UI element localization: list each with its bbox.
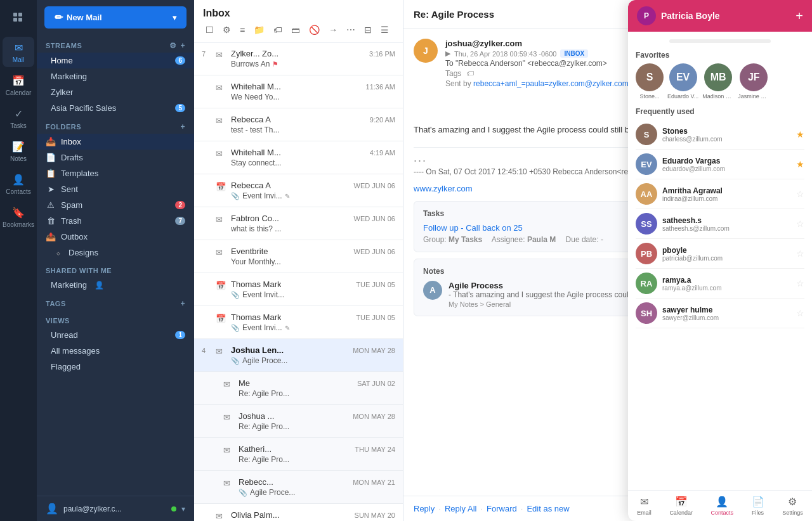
shared-marketing[interactable]: Marketing 👤 — [37, 277, 194, 293]
fav-item[interactable]: JF Jasmine Fi... — [738, 63, 769, 100]
mail-item[interactable]: 7 ✉ Zylker... Zo... 3:16 PM Burrows An ⚑ — [194, 42, 403, 75]
popup-add-button[interactable]: + — [796, 9, 803, 23]
sidebar-item-mail[interactable]: ✉ Mail — [3, 37, 34, 67]
reply-link[interactable]: Reply — [414, 504, 435, 513]
folder-trash[interactable]: 🗑 Trash 7 — [37, 213, 194, 229]
folder-spam[interactable]: ⚠ Spam 2 — [37, 197, 194, 213]
fav-item[interactable]: EV Eduardo V... — [667, 63, 698, 100]
mail-item[interactable]: 📅 Rebecca A WED JUN 06 📎 Event Invi... ✎ — [194, 174, 403, 207]
more-button[interactable]: ⋯ — [344, 23, 358, 37]
popup-footer-calendar[interactable]: 📅 Calendar — [669, 496, 693, 516]
mail-item[interactable]: ✉ Rebecca A 9:20 AM test - test Th... — [194, 108, 403, 141]
contact-row[interactable]: RA ramya.a ramya.a@zillum.com ☆ — [636, 269, 804, 299]
folder-button[interactable]: 📁 — [251, 23, 267, 37]
folder-outbox[interactable]: 📤 Outbox — [37, 229, 194, 245]
contact-info: Amritha Agrawal indiraa@zillum.com — [662, 186, 791, 202]
contact-row[interactable]: AA Amritha Agrawal indiraa@zillum.com ☆ — [636, 179, 804, 209]
view-all-messages[interactable]: All messages — [37, 343, 194, 359]
streams-add-icon[interactable]: + — [180, 41, 185, 50]
new-mail-button[interactable]: ✏ New Mail ▾ — [44, 6, 187, 29]
mail-item[interactable]: ✉ Me SAT JUN 02 Re: Agile Pro... — [194, 372, 403, 405]
view-all-label: All messages — [51, 346, 100, 356]
folder-drafts[interactable]: 📄 Drafts — [37, 150, 194, 165]
popup-footer-settings[interactable]: ⚙ Settings — [782, 496, 803, 516]
grid-menu-icon[interactable] — [7, 6, 30, 29]
star-button[interactable]: ★ — [796, 129, 804, 139]
filter-button[interactable]: ⚙ — [220, 23, 233, 37]
mail-subject: 📎 Event Invi... ✎ — [231, 323, 395, 332]
sidebar-item-contacts[interactable]: 👤 Contacts — [3, 169, 34, 199]
layout-button[interactable]: ☰ — [378, 23, 391, 37]
mail-item-active[interactable]: 4 ✉ Joshua Len... MON MAY 28 📎 Agile Pro… — [194, 339, 403, 372]
fav-item[interactable]: S Stone... — [636, 63, 664, 100]
sidebar-item-calendar[interactable]: 📅 Calendar — [3, 70, 34, 100]
view-unread[interactable]: Unread 1 — [37, 327, 194, 343]
popup-footer-email[interactable]: ✉ Email — [637, 496, 652, 516]
stream-item-marketing[interactable]: Marketing — [37, 68, 194, 84]
mail-item[interactable]: 📅 Thomas Mark TUE JUN 05 📎 Event Invi...… — [194, 306, 403, 339]
archive-button[interactable]: 🗃 — [289, 23, 303, 37]
user-dropdown-icon[interactable]: ▾ — [181, 505, 185, 513]
reply-all-link[interactable]: Reply All — [445, 504, 477, 513]
stream-item-home[interactable]: Home 6 — [37, 53, 194, 68]
move-button[interactable]: → — [326, 23, 340, 37]
thread-count — [202, 181, 211, 182]
mail-item[interactable]: ✉ Eventbrite WED JUN 06 Your Monthly... — [194, 240, 403, 273]
task-link[interactable]: Follow up - Call back on 25 — [423, 223, 523, 233]
star-button[interactable]: ☆ — [796, 278, 804, 288]
select-all-button[interactable]: ☐ — [203, 23, 216, 37]
contact-row[interactable]: S Stones charless@zillum.com ★ — [636, 120, 804, 150]
mail-item[interactable]: ✉ Whitehall M... 4:19 AM Stay connect... — [194, 141, 403, 174]
contact-row[interactable]: SS satheesh.s satheesh.s@zillum.com ☆ — [636, 209, 804, 239]
folder-inbox[interactable]: 📥 Inbox — [37, 134, 194, 150]
edit-icon: ✎ — [285, 193, 290, 200]
mail-item[interactable]: ✉ Rebecc... MON MAY 21 📎 Agile Proce... — [194, 471, 403, 504]
contact-info: Stones charless@zillum.com — [662, 127, 791, 143]
mail-sender-row: Thomas Mark TUE JUN 05 — [231, 312, 395, 322]
stream-item-zylker[interactable]: Zylker — [37, 84, 194, 100]
edit-as-new-link[interactable]: Edit as new — [527, 504, 569, 513]
star-button[interactable]: ☆ — [796, 189, 804, 199]
contact-row[interactable]: SH sawyer hulme sawyer@zillum.com ☆ — [636, 299, 804, 328]
streams-settings-icon[interactable]: ⚙ — [169, 41, 177, 50]
view-unread-label: Unread — [51, 330, 78, 340]
contact-row[interactable]: PB pboyle patriciab@zillum.com ☆ — [636, 239, 804, 269]
folders-add-icon[interactable]: + — [180, 122, 185, 131]
sender-name: Joshua ... — [239, 411, 274, 421]
fav-item[interactable]: MB Madison B... — [702, 63, 734, 100]
star-button[interactable]: ☆ — [796, 219, 804, 229]
tag-button[interactable]: 🏷 — [271, 23, 285, 37]
folder-templates[interactable]: 📋 Templates — [37, 165, 194, 181]
star-button[interactable]: ☆ — [796, 248, 804, 259]
forward-link[interactable]: Forward — [487, 504, 517, 513]
sidebar-item-notes[interactable]: 📝 Notes — [3, 136, 34, 166]
block-button[interactable]: 🚫 — [306, 23, 322, 37]
sort-button[interactable]: ≡ — [237, 23, 247, 37]
sidebar-item-bookmarks[interactable]: 🔖 Bookmarks — [3, 202, 34, 232]
tags-add-icon[interactable]: + — [180, 299, 185, 308]
tag-add-icon[interactable]: 🏷 — [466, 69, 474, 78]
sidebar-item-tasks[interactable]: ✓ Tasks — [3, 103, 34, 133]
mail-item[interactable]: ✉ Olivia Palm... SUN MAY 20 Hi Rebecca .… — [194, 504, 403, 521]
mail-type-icon: 📅 — [216, 181, 226, 191]
sender-name: Fabtron Co... — [231, 214, 279, 223]
sent-by-link[interactable]: rebecca+aml_=paula=zylker.com@zylker.com — [473, 79, 629, 88]
popup-footer-contacts[interactable]: 👤 Contacts — [710, 496, 733, 516]
folder-sent[interactable]: ➤ Sent — [37, 181, 194, 197]
folder-designs[interactable]: ⬦ Designs — [37, 245, 194, 260]
bottom-user[interactable]: 👤 paula@zylker.c... ▾ — [37, 496, 194, 521]
mail-item[interactable]: 📅 Thomas Mark TUE JUN 05 📎 Event Invit..… — [194, 273, 403, 306]
popup-footer-files[interactable]: 📄 Files — [752, 496, 764, 516]
mail-item[interactable]: ✉ Whitehall M... 11:36 AM We Need Yo... — [194, 75, 403, 108]
stream-item-asia-pacific[interactable]: Asia Pacific Sales 5 — [37, 100, 194, 116]
view-flagged[interactable]: Flagged — [37, 359, 194, 375]
mail-content: Rebecca A 9:20 AM test - test Th... — [231, 115, 395, 134]
contact-row[interactable]: EV Eduardo Vargas eduardov@zillum.com ★ — [636, 150, 804, 179]
mail-item[interactable]: ✉ Joshua ... MON MAY 28 Re: Agile Pro... — [194, 405, 403, 438]
mail-item[interactable]: ✉ Katheri... THU MAY 24 Re: Agile Pro... — [194, 438, 403, 471]
view-toggle-button[interactable]: ⊟ — [362, 23, 374, 37]
star-button[interactable]: ★ — [796, 159, 804, 169]
star-button[interactable]: ☆ — [796, 308, 804, 318]
mail-item[interactable]: ✉ Fabtron Co... WED JUN 06 what is this?… — [194, 207, 403, 240]
mail-time: WED JUN 06 — [354, 182, 395, 190]
